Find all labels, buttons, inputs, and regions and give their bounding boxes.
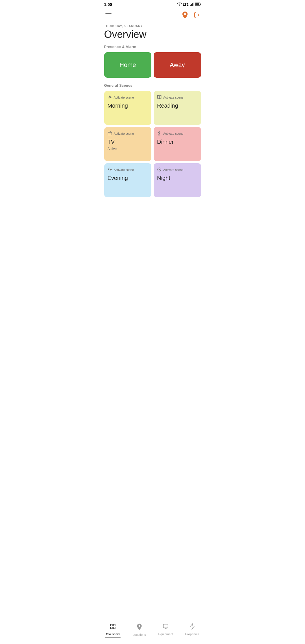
status-icons: LTE (177, 3, 201, 7)
page-header: Thursday, 5 January Overview (100, 23, 206, 45)
general-scenes-title: General Scenes (104, 83, 201, 88)
scene-label-tv: Activate scene (108, 131, 134, 136)
night-icon (157, 167, 162, 173)
status-bar: 1:00 LTE (100, 0, 206, 8)
svg-rect-2 (191, 4, 192, 6)
svg-rect-3 (192, 3, 193, 6)
scene-card-evening[interactable]: Activate scene Evening (104, 163, 152, 197)
status-time: 1:00 (104, 2, 112, 7)
home-button[interactable]: Home (104, 52, 152, 78)
menu-button[interactable] (104, 12, 113, 18)
reading-activate-label: Activate scene (163, 96, 184, 99)
scene-card-tv[interactable]: Activate scene TV Active (104, 127, 152, 161)
logout-button[interactable] (193, 11, 201, 19)
evening-scene-name: Evening (108, 175, 128, 181)
general-scenes-section: General Scenes Activate scene Morning (100, 83, 206, 201)
tv-icon (108, 131, 112, 136)
morning-scene-name: Morning (108, 103, 128, 109)
tv-scene-status: Active (108, 147, 117, 151)
top-bar (100, 8, 206, 23)
scene-card-night[interactable]: Activate scene Night (154, 163, 201, 197)
svg-point-13 (160, 168, 160, 168)
morning-activate-label: Activate scene (114, 96, 134, 99)
dinner-scene-name: Dinner (157, 139, 174, 145)
wifi-icon (177, 3, 182, 7)
dinner-icon (157, 131, 162, 136)
svg-point-10 (109, 96, 110, 98)
presence-alarm-title: Presence & Alarm (104, 45, 201, 49)
page-date: Thursday, 5 January (104, 24, 201, 28)
svg-point-12 (109, 169, 110, 170)
reading-scene-name: Reading (157, 103, 178, 109)
night-activate-label: Activate scene (163, 168, 184, 171)
tv-activate-label: Activate scene (114, 132, 134, 135)
scene-label-night: Activate scene (157, 167, 184, 173)
svg-rect-11 (108, 132, 112, 135)
signal-icon (190, 3, 194, 7)
svg-rect-1 (190, 5, 191, 6)
tv-scene-name: TV (108, 139, 115, 145)
battery-icon (195, 3, 201, 7)
morning-icon (108, 95, 112, 100)
network-icon: LTE (183, 3, 189, 6)
svg-point-8 (184, 13, 186, 15)
scene-card-morning[interactable]: Activate scene Morning (104, 91, 152, 125)
scene-label-reading: Activate scene (157, 95, 184, 100)
away-button[interactable]: Away (154, 52, 201, 78)
scene-label-dinner: Activate scene (157, 131, 184, 136)
svg-rect-4 (193, 3, 194, 6)
reading-icon (157, 95, 162, 100)
evening-icon (108, 167, 112, 173)
presence-grid: Home Away (104, 52, 201, 78)
svg-point-0 (179, 5, 180, 6)
svg-rect-7 (200, 4, 201, 5)
evening-activate-label: Activate scene (114, 168, 134, 171)
svg-point-14 (161, 167, 161, 168)
scene-card-dinner[interactable]: Activate scene Dinner (154, 127, 201, 161)
svg-rect-6 (195, 3, 199, 5)
hamburger-icon (105, 13, 112, 17)
dinner-activate-label: Activate scene (163, 132, 184, 135)
page-title: Overview (104, 29, 201, 40)
presence-alarm-section: Presence & Alarm Home Away (100, 45, 206, 83)
location-pin-button[interactable] (181, 10, 189, 20)
scene-card-reading[interactable]: Activate scene Reading (154, 91, 201, 125)
night-scene-name: Night (157, 175, 170, 181)
scene-grid: Activate scene Morning Activate scene Re… (104, 91, 201, 197)
scene-label-morning: Activate scene (108, 95, 134, 100)
top-bar-actions (181, 10, 201, 20)
scene-label-evening: Activate scene (108, 167, 134, 173)
